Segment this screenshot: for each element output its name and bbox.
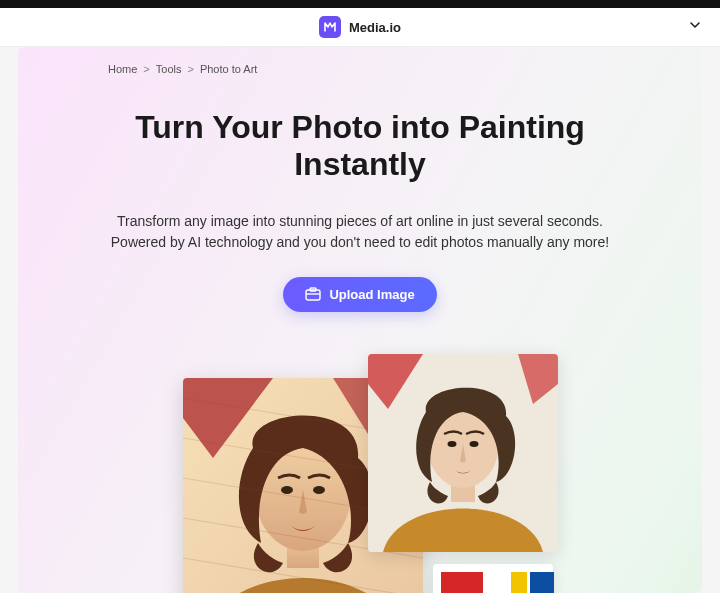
breadcrumb-home[interactable]: Home bbox=[108, 63, 137, 75]
brand-logo-icon bbox=[319, 16, 341, 38]
title-line-1: Turn Your Photo into Painting bbox=[135, 109, 585, 145]
upload-icon bbox=[305, 287, 321, 301]
hero-section: Home > Tools > Photo to Art Turn Your Ph… bbox=[18, 47, 702, 593]
brand[interactable]: Media.io bbox=[319, 16, 401, 38]
example-photo-image bbox=[368, 354, 558, 552]
breadcrumb-current: Photo to Art bbox=[200, 63, 257, 75]
title-line-2: Instantly bbox=[294, 146, 426, 182]
style-mondrian-thumbnail bbox=[433, 564, 553, 593]
site-header: Media.io bbox=[0, 8, 720, 47]
chevron-down-icon[interactable] bbox=[688, 18, 702, 36]
page-title: Turn Your Photo into Painting Instantly bbox=[68, 109, 652, 183]
mondrian-grid-icon bbox=[441, 572, 545, 593]
svg-point-8 bbox=[313, 486, 325, 494]
browser-topbar bbox=[0, 0, 720, 8]
svg-point-14 bbox=[448, 441, 457, 447]
breadcrumb: Home > Tools > Photo to Art bbox=[108, 63, 652, 75]
subtitle-line-1: Transform any image into stunning pieces… bbox=[117, 213, 603, 229]
brand-name: Media.io bbox=[349, 20, 401, 35]
subtitle-line-2: Powered by AI technology and you don't n… bbox=[111, 234, 609, 250]
breadcrumb-tools[interactable]: Tools bbox=[156, 63, 182, 75]
upload-button-label: Upload Image bbox=[329, 287, 414, 302]
hero-images bbox=[68, 350, 652, 593]
svg-point-7 bbox=[281, 486, 293, 494]
breadcrumb-separator: > bbox=[143, 63, 149, 75]
breadcrumb-separator: > bbox=[187, 63, 193, 75]
upload-image-button[interactable]: Upload Image bbox=[283, 277, 436, 312]
page-subtitle: Transform any image into stunning pieces… bbox=[68, 211, 652, 253]
svg-point-15 bbox=[470, 441, 479, 447]
